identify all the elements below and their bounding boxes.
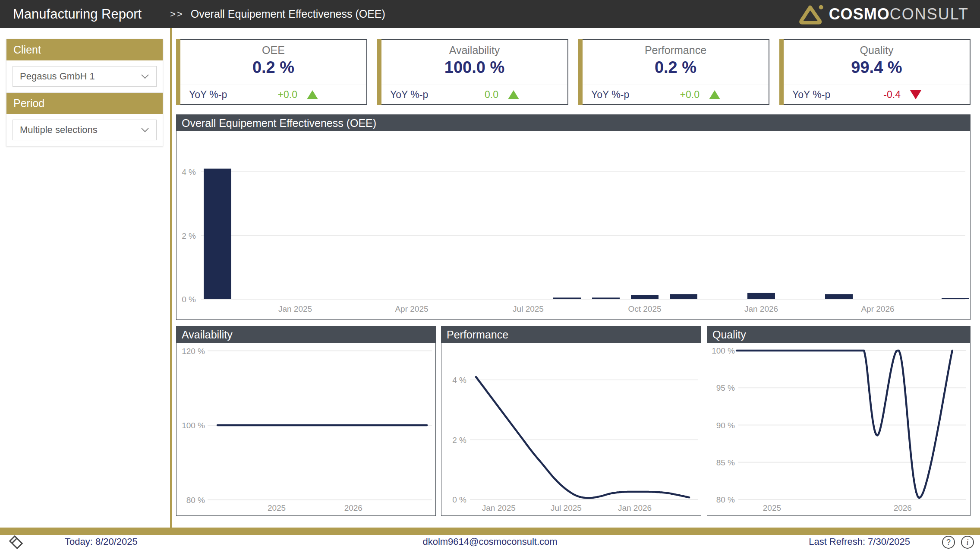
period-filter-title: Period	[6, 93, 163, 114]
quality-line-chart[interactable]: 100 %95 %90 %85 %80 %20252026	[707, 343, 970, 515]
svg-text:2 %: 2 %	[182, 231, 196, 240]
gold-accent-stripe	[377, 39, 381, 105]
performance-chart-title: Performance	[441, 326, 701, 343]
kpi-yoy-label: YoY %-p	[390, 89, 428, 101]
svg-text:0 %: 0 %	[182, 295, 196, 304]
svg-text:Apr 2026: Apr 2026	[861, 304, 894, 313]
svg-text:2025: 2025	[763, 503, 781, 512]
kpi-yoy-label: YoY %-p	[591, 89, 629, 101]
manufacturing-report-dashboard: Manufacturing Report >> Overall Equipeme…	[0, 0, 980, 550]
kpi-value: 99.4 %	[784, 58, 970, 77]
kpi-yoy-label: YoY %-p	[189, 89, 227, 101]
svg-text:95 %: 95 %	[716, 383, 735, 392]
availability-chart-panel: Availability 120 %100 %80 %20252026	[176, 326, 436, 516]
logo-text-consult: CONSULT	[890, 5, 969, 23]
svg-text:2026: 2026	[894, 503, 912, 512]
kpi-title: Performance	[583, 44, 769, 57]
kpi-yoy-value: +0.0	[680, 89, 700, 101]
kpi-value: 0.2 %	[180, 58, 366, 77]
svg-text:80 %: 80 %	[716, 495, 735, 504]
availability-line-chart[interactable]: 120 %100 %80 %20252026	[176, 343, 435, 515]
svg-text:100 %: 100 %	[182, 421, 205, 430]
period-dropdown[interactable]: Multiple selections	[13, 120, 157, 140]
svg-text:85 %: 85 %	[716, 458, 735, 467]
svg-text:Jul 2025: Jul 2025	[551, 503, 582, 512]
trend-up-icon	[508, 90, 519, 99]
oee-chart-panel: Overall Equipement Effectiveness (OEE) 0…	[176, 114, 971, 320]
logo-wordmark: COSMOCONSULT	[829, 5, 969, 23]
svg-text:Jan 2026: Jan 2026	[618, 503, 652, 512]
quality-chart-title: Quality	[707, 326, 970, 343]
logo-text-cosmo: COSMO	[829, 5, 890, 23]
svg-text:80 %: 80 %	[186, 496, 205, 505]
breadcrumb-label: Overall Equipement Effectiveness (OEE)	[191, 0, 385, 28]
kpi-card-quality[interactable]: Quality 99.4 % YoY %-p -0.4	[779, 39, 971, 105]
trend-up-icon	[307, 90, 318, 99]
svg-text:Jan 2025: Jan 2025	[278, 304, 312, 313]
client-dropdown[interactable]: Pegasus GmbH 1	[13, 66, 157, 87]
svg-text:Oct 2025: Oct 2025	[628, 304, 661, 313]
kpi-card-availability[interactable]: Availability 100.0 % YoY %-p 0.0	[377, 39, 568, 105]
quality-chart-panel: Quality 100 %95 %90 %85 %80 %20252026	[707, 326, 971, 516]
performance-chart-panel: Performance 4 %2 %0 %Jan 2025Jul 2025Jan…	[441, 326, 701, 516]
trend-up-icon	[709, 90, 720, 99]
help-icon[interactable]: ?	[942, 536, 955, 549]
svg-text:4 %: 4 %	[452, 376, 466, 385]
svg-text:Jan 2026: Jan 2026	[744, 304, 778, 313]
status-bar: Today: 8/20/2025 dkolm9614@cosmoconsult.…	[0, 535, 980, 550]
performance-line-chart[interactable]: 4 %2 %0 %Jan 2025Jul 2025Jan 2026	[441, 343, 701, 515]
svg-text:Jan 2025: Jan 2025	[482, 503, 516, 512]
availability-chart-title: Availability	[176, 326, 435, 343]
kpi-card-oee[interactable]: OEE 0.2 % YoY %-p +0.0	[176, 39, 367, 105]
breadcrumb-arrows-icon: >>	[170, 0, 184, 28]
chevron-down-icon	[141, 74, 149, 79]
kpi-title: Availability	[381, 44, 567, 57]
svg-text:90 %: 90 %	[716, 421, 735, 430]
breadcrumb: >> Overall Equipement Effectiveness (OEE…	[170, 0, 385, 28]
svg-text:2 %: 2 %	[452, 436, 466, 445]
chevron-down-icon	[141, 127, 149, 133]
kpi-value: 100.0 %	[381, 58, 567, 77]
oee-bar-chart[interactable]: 0 %2 %4 %Jan 2025Apr 2025Jul 2025Oct 202…	[176, 131, 970, 319]
client-filter-title: Client	[6, 39, 163, 60]
svg-text:2025: 2025	[268, 503, 286, 512]
svg-text:Jul 2025: Jul 2025	[513, 304, 544, 313]
gold-accent-stripe	[779, 39, 784, 105]
cosmo-consult-logo: COSMOCONSULT	[799, 0, 969, 28]
svg-text:120 %: 120 %	[182, 347, 205, 356]
logo-triangle-icon	[799, 3, 824, 25]
kpi-yoy-value: -0.4	[883, 89, 901, 101]
svg-text:Apr 2025: Apr 2025	[395, 304, 428, 313]
client-dropdown-value: Pegasus GmbH 1	[20, 71, 95, 82]
svg-text:2026: 2026	[344, 503, 362, 512]
period-filter-card: Period Multiple selections	[6, 92, 163, 146]
svg-text:100 %: 100 %	[712, 346, 735, 355]
svg-text:4 %: 4 %	[182, 168, 196, 177]
gold-accent-stripe	[578, 39, 583, 105]
svg-text:0 %: 0 %	[452, 495, 466, 504]
kpi-title: OEE	[180, 44, 366, 57]
oee-chart-title: Overall Equipement Effectiveness (OEE)	[176, 115, 970, 131]
page-title: Manufacturing Report	[13, 0, 142, 28]
kpi-title: Quality	[784, 44, 970, 57]
sidebar-divider	[170, 28, 172, 528]
top-header: Manufacturing Report >> Overall Equipeme…	[0, 0, 980, 28]
last-refresh: Last Refresh: 7/30/2025	[809, 535, 910, 550]
footer-gold-stripe	[0, 528, 980, 535]
gold-accent-stripe	[176, 39, 180, 105]
kpi-value: 0.2 %	[583, 58, 769, 77]
kpi-yoy-value: 0.0	[485, 89, 498, 101]
info-icon[interactable]: i	[961, 536, 974, 549]
kpi-card-performance[interactable]: Performance 0.2 % YoY %-p +0.0	[578, 39, 769, 105]
period-dropdown-value: Multiple selections	[20, 124, 98, 136]
kpi-yoy-value: +0.0	[278, 89, 297, 101]
trend-down-icon	[910, 90, 921, 99]
client-filter-card: Client Pegasus GmbH 1	[6, 39, 163, 93]
kpi-yoy-label: YoY %-p	[792, 89, 830, 101]
